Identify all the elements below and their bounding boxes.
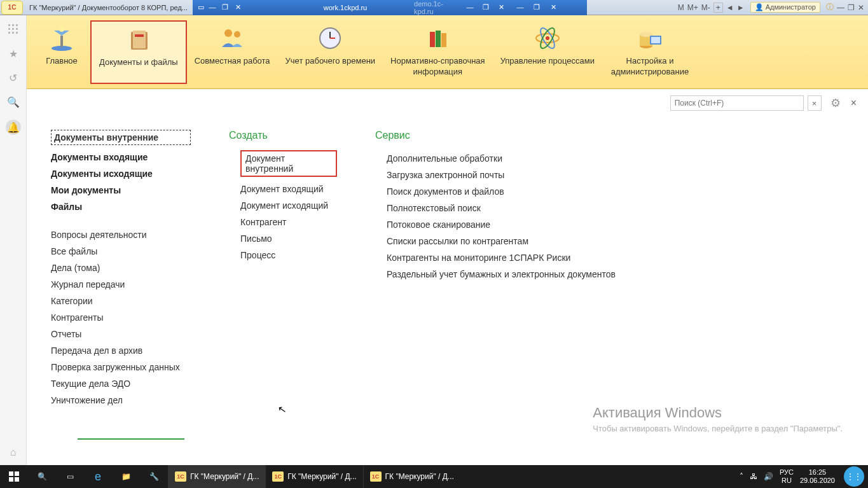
svg-rect-6	[8, 32, 10, 34]
svg-rect-32	[9, 471, 13, 476]
create-process[interactable]: Процесс	[240, 247, 337, 263]
tray-network-icon[interactable]: 🖧	[750, 472, 757, 481]
nav-time-tracking[interactable]: Учет рабочего времени	[278, 20, 383, 84]
create-outgoing-doc[interactable]: Документ исходящий	[240, 197, 337, 214]
task-view-icon[interactable]: ▭	[56, 465, 84, 488]
home-icon[interactable]: ⌂	[7, 446, 20, 459]
svc-doc-file-search[interactable]: Поиск документов и файлов	[387, 183, 616, 200]
svg-rect-20	[430, 32, 435, 47]
green-underline	[78, 438, 184, 440]
nav-documents-files[interactable]: Документы и файлы	[90, 20, 187, 84]
user-badge[interactable]: 👤 Администратор	[750, 2, 820, 13]
svc-fulltext-search[interactable]: Полнотекстовый поиск	[387, 200, 616, 216]
bg-window-tab-2[interactable]: work.1ckpd.ru	[282, 0, 409, 15]
nav-main[interactable]: Главное	[33, 20, 90, 84]
people-icon	[216, 24, 248, 52]
taskbar-task-1[interactable]: 1CГК "Меркурий" / Д...	[168, 465, 265, 488]
search-input[interactable]	[670, 95, 804, 111]
link-incoming-docs[interactable]: Документы входящие	[51, 149, 191, 165]
nav-prev-icon[interactable]: ◄	[726, 3, 734, 12]
svc-paper-electronic[interactable]: Раздельный учет бумажных и электронных д…	[387, 266, 616, 282]
search-icon[interactable]: 🔍	[7, 95, 20, 108]
plus-icon[interactable]: +	[713, 3, 723, 13]
bg-window-tab-1[interactable]: ▭—❐✕	[193, 0, 282, 15]
ie-icon[interactable]: e	[84, 465, 112, 488]
svg-rect-22	[441, 33, 446, 47]
browser-tab-bar: 1C ГК "Меркурий" / Документооборот 8 КОР…	[0, 0, 868, 15]
svg-point-26	[546, 36, 549, 40]
link-destroy-cases[interactable]: Уничтожение дел	[51, 392, 191, 408]
svc-stream-scan[interactable]: Потоковое сканирование	[387, 216, 616, 233]
nav-process-mgmt[interactable]: Управление процессами	[493, 20, 602, 84]
bg-window-tab-3[interactable]: demo.1c-kpd.ru —❐✕	[409, 0, 511, 15]
calc-mminus-icon[interactable]: M-	[701, 3, 710, 12]
taskbar-search-icon[interactable]: 🔍	[28, 465, 56, 488]
nav-collaboration[interactable]: Совместная работа	[187, 20, 278, 84]
windows-activation-watermark: Активация Windows Чтобы активировать Win…	[593, 405, 843, 433]
info-icon[interactable]: ⓘ	[826, 2, 834, 13]
start-button[interactable]	[0, 465, 28, 488]
svg-point-11	[59, 27, 64, 32]
main-navigation: Главное Документы и файлы Совместная раб…	[27, 15, 868, 89]
svc-email-load[interactable]: Загрузка электронной почты	[387, 167, 616, 183]
nav-reference-info[interactable]: Нормативно-справочная информация	[383, 20, 493, 84]
link-my-docs[interactable]: Мои документы	[51, 182, 191, 199]
link-cases[interactable]: Дела (тома)	[51, 260, 191, 276]
svc-spark-monitoring[interactable]: Контрагенты на мониторинге 1СПАРК Риски	[387, 249, 616, 266]
tray-clock[interactable]: 16:2529.06.2020	[800, 468, 835, 485]
history-icon[interactable]: ↺	[7, 71, 20, 84]
calc-m-icon[interactable]: M	[678, 3, 684, 12]
gear-icon[interactable]: ⚙	[830, 96, 841, 110]
link-outgoing-docs[interactable]: Документы исходящие	[51, 165, 191, 182]
close-panel-button[interactable]: ×	[851, 97, 857, 109]
create-letter[interactable]: Письмо	[240, 230, 337, 247]
nav-settings-admin[interactable]: Настройка и администрирование	[602, 20, 698, 84]
tray-chevron-icon[interactable]: ˄	[740, 472, 743, 481]
minimize-icon[interactable]: —	[837, 3, 844, 12]
link-data-check[interactable]: Проверка загруженных данных	[51, 359, 191, 375]
content-area: × ⚙ × Документы внутренние Документы вхо…	[27, 89, 868, 465]
link-transfer-journal[interactable]: Журнал передачи	[51, 276, 191, 293]
column-service: Сервис Дополнительные обработки Загрузка…	[375, 130, 616, 408]
desk-lamp-icon	[46, 24, 78, 52]
link-archive-transfer[interactable]: Передача дел в архив	[51, 342, 191, 359]
window-title: ГК "Меркурий" / Документооборот 8 КОРП, …	[24, 4, 193, 11]
link-files[interactable]: Файлы	[51, 199, 191, 215]
bell-icon[interactable]: 🔔	[6, 120, 21, 135]
star-icon[interactable]: ★	[7, 47, 20, 60]
tab-url: work.1ckpd.ru	[324, 4, 367, 11]
create-counterparty[interactable]: Контрагент	[240, 214, 337, 230]
svc-mailing-lists[interactable]: Списки рассылки по контрагентам	[387, 233, 616, 249]
books-icon	[422, 24, 453, 52]
close-icon[interactable]: ✕	[858, 3, 864, 12]
nav-next-icon[interactable]: ►	[737, 3, 745, 12]
link-internal-docs[interactable]: Документы внутренние	[51, 130, 191, 145]
search-clear-button[interactable]: ×	[808, 95, 822, 111]
app-pinned-icon[interactable]: 🔧	[140, 465, 168, 488]
maximize-icon[interactable]: ❐	[848, 3, 855, 12]
calc-mplus-icon[interactable]: M+	[687, 3, 698, 12]
tray-lang[interactable]: РУСRU	[780, 468, 794, 485]
server-monitor-icon	[634, 24, 666, 52]
svg-rect-35	[15, 477, 19, 482]
link-all-files[interactable]: Все файлы	[51, 243, 191, 260]
tray-volume-icon[interactable]: 🔊	[764, 472, 773, 481]
svg-rect-7	[12, 32, 14, 34]
app-1c-icon: 1C	[1, 1, 23, 15]
link-activity-questions[interactable]: Вопросы деятельности	[51, 227, 191, 243]
tray-assist-icon[interactable]: ⋮⋮	[844, 466, 864, 487]
bg-window-tab-4[interactable]: —❐✕	[511, 0, 587, 15]
clock-icon	[314, 24, 346, 52]
link-counterparties[interactable]: Контрагенты	[51, 309, 191, 326]
apps-grid-icon[interactable]	[7, 23, 20, 36]
svc-additional-processing[interactable]: Дополнительные обработки	[387, 150, 616, 167]
create-incoming-doc[interactable]: Документ входящий	[240, 181, 337, 197]
link-edo-current[interactable]: Текущие дела ЭДО	[51, 375, 191, 392]
link-reports[interactable]: Отчеты	[51, 326, 191, 342]
link-categories[interactable]: Категории	[51, 293, 191, 309]
explorer-icon[interactable]: 📁	[112, 465, 140, 488]
create-internal-doc[interactable]: Документ внутренний	[240, 150, 337, 177]
taskbar-task-3[interactable]: 1CГК "Меркурий" / Д...	[363, 465, 460, 488]
svg-rect-8	[16, 32, 18, 34]
taskbar-task-2[interactable]: 1CГК "Меркурий" / Д...	[265, 465, 362, 488]
